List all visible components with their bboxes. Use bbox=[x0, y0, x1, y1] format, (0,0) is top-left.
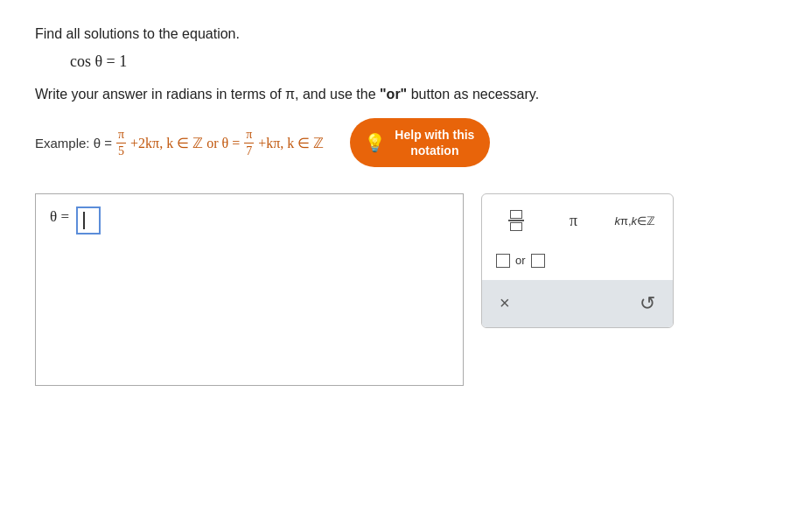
kpikez-label: kπ,k∈ℤ bbox=[614, 214, 655, 228]
frac1-num: π bbox=[116, 128, 126, 143]
help-bubble-label: Help with this notation bbox=[393, 127, 476, 158]
keypad-bottom: × ↺ bbox=[482, 280, 673, 327]
keypad-mid: or bbox=[482, 247, 673, 280]
keypad-top: π kπ,k∈ℤ bbox=[482, 194, 673, 247]
frac1-den: 5 bbox=[116, 144, 126, 158]
frac-icon-num bbox=[510, 210, 522, 219]
pi-icon: π bbox=[570, 212, 577, 230]
frac-icon bbox=[508, 210, 524, 231]
equation-text: cos θ = 1 bbox=[70, 52, 127, 70]
example-part2: +kπ, k ∈ ℤ bbox=[258, 135, 324, 151]
undo-key[interactable]: ↺ bbox=[636, 289, 659, 318]
write-instruction: Write your answer in radians in terms of… bbox=[35, 87, 762, 102]
kpikez-key[interactable]: kπ,k∈ℤ bbox=[611, 211, 659, 231]
frac2-den: 7 bbox=[244, 144, 254, 158]
frac-icon-den bbox=[510, 222, 522, 231]
write-instr-text2: button as necessary. bbox=[407, 87, 539, 102]
example-frac1: π 5 bbox=[116, 128, 126, 158]
clear-icon: × bbox=[500, 293, 510, 313]
clear-key[interactable]: × bbox=[496, 290, 514, 317]
or-box-right bbox=[531, 254, 545, 268]
instruction-text: Find all solutions to the equation. bbox=[35, 26, 762, 42]
theta-eq-label: θ = bbox=[50, 208, 69, 226]
or-text-label: or bbox=[515, 254, 526, 267]
write-instr-text1: Write your answer in radians in terms of… bbox=[35, 87, 380, 102]
bracket-input[interactable] bbox=[76, 206, 101, 234]
example-row: Example: θ = π 5 +2kπ, k ∈ ℤ or θ = π 7 … bbox=[35, 118, 762, 167]
frac-icon-line bbox=[508, 220, 524, 221]
answer-box[interactable]: θ = bbox=[35, 193, 464, 386]
or-row: or bbox=[496, 254, 659, 268]
example-math: Example: θ = π 5 +2kπ, k ∈ ℤ or θ = π 7 … bbox=[35, 128, 324, 158]
answer-input-area[interactable] bbox=[76, 206, 111, 234]
example-frac2: π 7 bbox=[244, 128, 254, 158]
bulb-icon: 💡 bbox=[364, 131, 386, 154]
write-instr-or: "or" bbox=[380, 87, 407, 102]
frac2-num: π bbox=[244, 128, 254, 143]
keypad: π kπ,k∈ℤ or × ↺ bbox=[481, 193, 674, 328]
example-label: Example: θ = bbox=[35, 136, 112, 150]
main-area: θ = π kπ,k∈ℤ bbox=[35, 193, 762, 386]
fraction-key[interactable] bbox=[496, 206, 536, 234]
pi-key[interactable]: π bbox=[554, 208, 594, 234]
help-bubble[interactable]: 💡 Help with this notation bbox=[350, 118, 490, 167]
example-part1: +2kπ, k ∈ ℤ or θ = bbox=[130, 135, 240, 151]
cursor bbox=[83, 212, 85, 229]
or-box-left bbox=[496, 254, 510, 268]
undo-icon: ↺ bbox=[640, 292, 655, 315]
equation-display: cos θ = 1 bbox=[70, 52, 762, 71]
